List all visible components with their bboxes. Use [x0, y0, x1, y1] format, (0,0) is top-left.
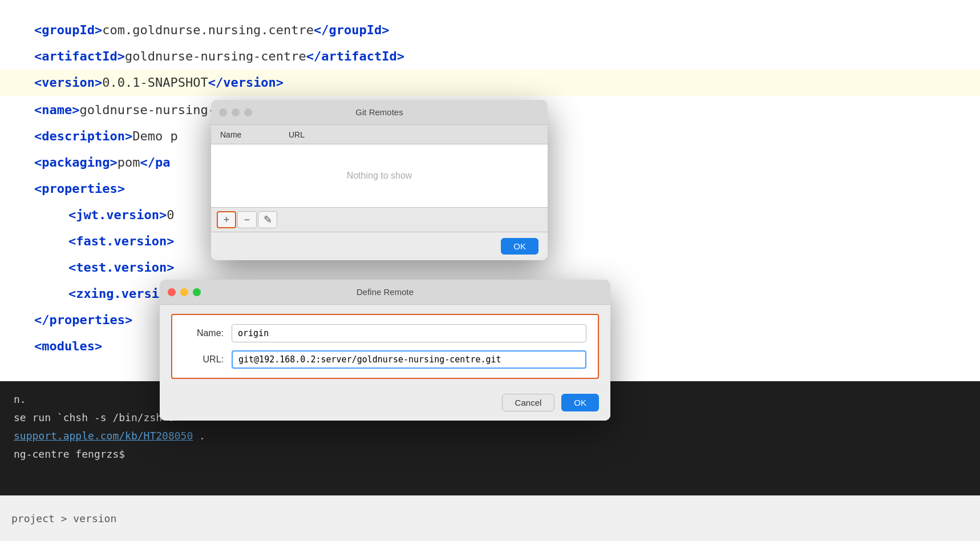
- remotes-toolbar: + − ✎: [211, 208, 548, 232]
- breadcrumb-bar: project > version: [0, 495, 980, 541]
- define-remote-dialog: Define Remote Name: URL: Cancel OK: [160, 280, 610, 421]
- code-line-1: <groupId>com.goldnurse.nursing.centre</g…: [34, 17, 946, 43]
- name-label: Name:: [184, 328, 224, 338]
- minimize-button-define-remote[interactable]: [180, 288, 188, 296]
- git-remotes-titlebar: Git Remotes: [211, 100, 548, 125]
- name-input[interactable]: [232, 324, 586, 342]
- remotes-empty-text: Nothing to show: [347, 171, 412, 181]
- traffic-lights-define-remote: [168, 288, 201, 296]
- maximize-button-define-remote[interactable]: [193, 288, 201, 296]
- url-label: URL:: [184, 354, 224, 365]
- git-remotes-ok-button[interactable]: OK: [501, 238, 538, 255]
- minimize-button-git-remotes[interactable]: [232, 108, 240, 116]
- maximize-button-git-remotes[interactable]: [244, 108, 252, 116]
- edit-remote-button[interactable]: ✎: [258, 211, 277, 228]
- terminal-line-3: support.apple.com/kb/HT208050 .: [14, 427, 966, 445]
- col-header-url: URL: [289, 130, 538, 139]
- terminal-link[interactable]: support.apple.com/kb/HT208050: [14, 430, 193, 442]
- code-line-3-highlighted: <version>0.0.1-SNAPSHOT</version>: [0, 70, 980, 96]
- remotes-table-area: Name URL Nothing to show: [211, 125, 548, 208]
- define-remote-title: Define Remote: [357, 287, 414, 297]
- add-remote-button[interactable]: +: [217, 211, 236, 228]
- traffic-lights-git-remotes: [219, 108, 252, 116]
- url-input[interactable]: [232, 350, 586, 369]
- git-remotes-dialog: Git Remotes Name URL Nothing to show + −…: [211, 100, 548, 260]
- code-line-2: <artifactId>goldnurse-nursing-centre</ar…: [34, 43, 946, 70]
- remove-remote-button[interactable]: −: [237, 211, 257, 228]
- terminal-line-4: ng-centre fengrzs$: [14, 445, 966, 463]
- define-remote-cancel-button[interactable]: Cancel: [502, 394, 555, 411]
- remotes-table-header: Name URL: [211, 125, 548, 144]
- git-remotes-footer: OK: [211, 232, 548, 260]
- remotes-table-body: Nothing to show: [211, 144, 548, 207]
- col-header-name: Name: [220, 130, 289, 139]
- close-button-git-remotes[interactable]: [219, 108, 227, 116]
- url-row: URL:: [184, 350, 586, 369]
- close-button-define-remote[interactable]: [168, 288, 176, 296]
- define-remote-form: Name: URL:: [171, 314, 599, 379]
- define-remote-titlebar: Define Remote: [160, 280, 610, 305]
- breadcrumb: project > version: [11, 512, 116, 524]
- git-remotes-title: Git Remotes: [355, 107, 403, 117]
- define-remote-footer: Cancel OK: [160, 388, 610, 421]
- define-remote-ok-button[interactable]: OK: [561, 394, 599, 411]
- name-row: Name:: [184, 324, 586, 342]
